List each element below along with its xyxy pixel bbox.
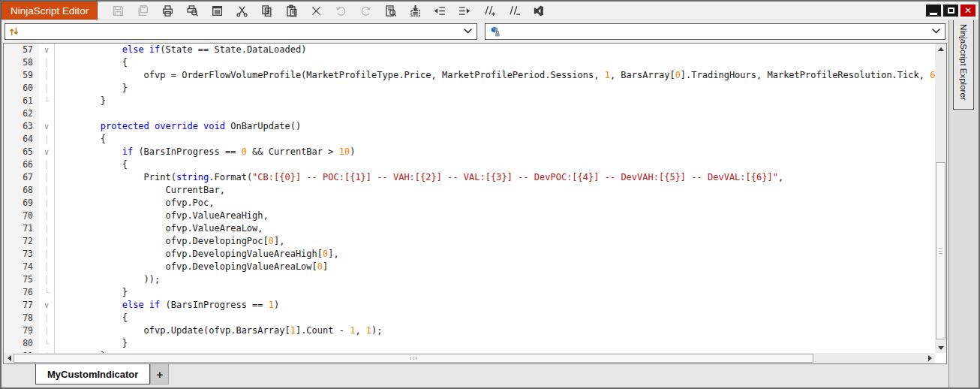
fold-guide: │	[39, 184, 54, 197]
horizontal-scroll-thumb[interactable]	[14, 354, 813, 363]
line-number: 69	[4, 197, 39, 210]
uncomment-button[interactable]	[507, 3, 522, 18]
code-text: {	[54, 56, 128, 69]
triangle-left-icon	[8, 355, 11, 361]
line-number: 58	[4, 56, 39, 69]
redo-button[interactable]	[358, 3, 373, 18]
code-text: if (BarsInProgress == 0 && CurrentBar > …	[54, 146, 355, 158]
code-text: ofvp.Update(ofvp.BarsArray[1].Count - 1,…	[54, 324, 383, 337]
line-number: 70	[4, 210, 39, 222]
code-text: else if(State == State.DataLoaded)	[54, 44, 306, 56]
print-preview-button[interactable]	[185, 3, 200, 18]
main-row: 57∨ else if(State == State.DataLoaded)58…	[2, 20, 978, 387]
fold-guide	[39, 107, 54, 120]
fold-collapse-icon[interactable]: ∨	[39, 44, 54, 56]
type-dropdown[interactable]	[5, 23, 477, 40]
undo-button[interactable]	[333, 3, 348, 18]
compile-button[interactable]	[407, 3, 422, 18]
code-editor[interactable]: 57∨ else if(State == State.DataLoaded)58…	[3, 43, 947, 364]
line-number: 71	[4, 222, 39, 235]
ninjascript-explorer-tab[interactable]: NinjaScript Explorer	[953, 20, 974, 110]
code-text: ofvp.DevelopingPoc[0],	[54, 235, 284, 248]
line-number: 64	[4, 133, 39, 146]
horizontal-scrollbar[interactable]	[4, 353, 935, 363]
line-number: 80	[4, 337, 39, 350]
member-dropdown[interactable]	[485, 23, 945, 40]
code-line: 78│ {	[4, 312, 935, 324]
code-text: ofvp.DevelopingValueAreaLow[0]	[54, 261, 328, 273]
add-tab-button[interactable]: +	[150, 364, 169, 384]
delete-button[interactable]	[308, 3, 323, 18]
print-button[interactable]	[160, 3, 175, 18]
fold-guide: │	[39, 235, 54, 248]
code-lines[interactable]: 57∨ else if(State == State.DataLoaded)58…	[4, 44, 935, 353]
copy-icon	[260, 5, 273, 17]
code-text: {	[54, 312, 128, 324]
save-all-icon	[137, 5, 149, 17]
code-text: }	[54, 82, 128, 95]
code-line: 66│ {	[4, 158, 935, 171]
line-number: 67	[4, 171, 39, 184]
vertical-scroll-thumb[interactable]	[936, 162, 945, 339]
fold-collapse-icon[interactable]: ∨	[39, 146, 54, 158]
code-text: }	[54, 337, 128, 350]
fold-guide: │	[39, 324, 54, 337]
paste-button[interactable]	[284, 3, 299, 18]
outdent-button[interactable]	[432, 3, 447, 18]
find-in-file-button[interactable]	[383, 3, 398, 18]
code-line: 77∨ else if (BarsInProgress == 1)	[4, 299, 935, 312]
indent-button[interactable]	[457, 3, 472, 18]
scroll-left-button[interactable]	[4, 353, 14, 363]
line-number: 63	[4, 120, 39, 133]
triangle-down-icon	[938, 346, 944, 350]
scroll-up-button[interactable]	[935, 44, 946, 54]
tab-mycustomindicator[interactable]: MyCustomIndicator	[35, 364, 150, 384]
scroll-down-button[interactable]	[935, 342, 946, 353]
maximize-button[interactable]	[943, 5, 958, 17]
minimize-button[interactable]	[926, 5, 941, 17]
scroll-grip	[939, 248, 942, 254]
class-members-icon	[8, 26, 20, 38]
code-line: 58│ {	[4, 56, 935, 69]
paste-icon	[285, 5, 298, 17]
line-number: 62	[4, 107, 39, 120]
vertical-scrollbar[interactable]	[935, 44, 946, 353]
code-text: ofvp.Poc,	[54, 197, 215, 210]
close-icon: ✕	[964, 6, 972, 15]
fold-collapse-icon[interactable]: ∨	[39, 299, 54, 312]
code-line: 64│ {	[4, 133, 935, 146]
save-all-button[interactable]	[135, 3, 150, 18]
chevron-down-icon	[463, 28, 473, 35]
code-line: 74│ ofvp.DevelopingValueAreaLow[0]	[4, 261, 935, 273]
line-number: 66	[4, 158, 39, 171]
code-line: 60│ }	[4, 82, 935, 95]
line-number: 61	[4, 95, 39, 107]
visual-studio-icon	[532, 5, 546, 17]
title-bar: NinjaScript Editor ✕	[2, 2, 978, 20]
code-text: ofvp.ValueAreaHigh,	[54, 210, 269, 222]
navigation-bar	[2, 20, 948, 43]
save-button[interactable]	[110, 3, 125, 18]
fold-guide: │	[39, 248, 54, 261]
visual-studio-button[interactable]	[531, 3, 546, 18]
fold-guide: │	[39, 273, 54, 286]
comment-button[interactable]	[482, 3, 497, 18]
code-line: 72│ ofvp.DevelopingPoc[0],	[4, 235, 935, 248]
fold-collapse-icon[interactable]: ∨	[39, 120, 54, 133]
fold-guide: │	[39, 261, 54, 273]
copy-button[interactable]	[259, 3, 274, 18]
outdent-icon	[433, 5, 446, 17]
line-number: 65	[4, 146, 39, 158]
code-text: Print(string.Format("CB:[{0}] -- POC:[{1…	[54, 171, 783, 184]
redo-icon	[359, 5, 372, 17]
maximize-icon	[948, 8, 954, 14]
code-line: 63∨ protected override void OnBarUpdate(…	[4, 120, 935, 133]
document-properties-button[interactable]	[209, 3, 224, 18]
scroll-right-button[interactable]	[924, 353, 935, 363]
close-button[interactable]: ✕	[960, 5, 975, 17]
cut-button[interactable]	[234, 3, 249, 18]
fold-guide: │	[39, 210, 54, 222]
editor-column: 57∨ else if(State == State.DataLoaded)58…	[2, 20, 948, 387]
code-line: 67│ Print(string.Format("CB:[{0}] -- POC…	[4, 171, 935, 184]
save-icon	[112, 5, 125, 17]
